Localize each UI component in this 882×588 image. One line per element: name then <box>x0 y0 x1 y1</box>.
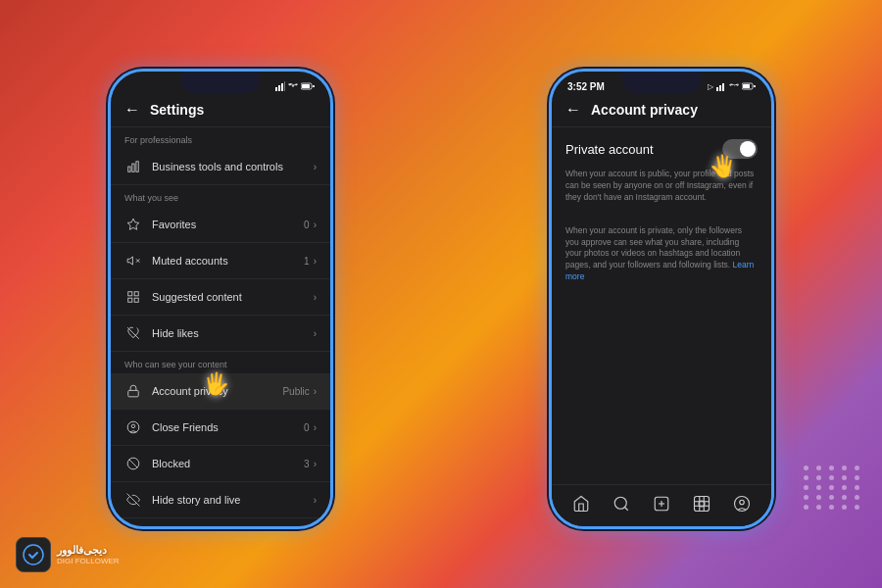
svg-rect-2 <box>281 83 283 91</box>
item-blocked[interactable]: Blocked 3 › <box>111 446 330 482</box>
privacy-title: Account privacy <box>591 102 698 118</box>
status-icons-right: ▷ <box>708 81 756 91</box>
dot <box>855 485 859 490</box>
grid-icon <box>124 288 142 306</box>
dot <box>816 475 821 480</box>
chevron-close-friends: › <box>314 422 317 433</box>
dot <box>842 505 847 510</box>
svg-rect-15 <box>134 292 138 296</box>
nav-search[interactable] <box>611 493 632 514</box>
dot <box>829 466 834 470</box>
chevron-business: › <box>314 162 317 172</box>
dot <box>855 466 859 470</box>
svg-rect-26 <box>716 87 718 91</box>
screen-left: ← Settings For professionals Business to… <box>111 72 330 526</box>
item-muted[interactable]: Muted accounts 1 › <box>111 243 330 279</box>
item-hide-likes[interactable]: Hide likes › <box>111 316 330 352</box>
section-professionals: For professionals <box>111 127 330 149</box>
phone-notch-right <box>622 72 701 93</box>
settings-list: For professionals Business tools and con… <box>111 127 330 526</box>
private-toggle[interactable] <box>722 139 758 159</box>
chevron-hide-likes: › <box>314 328 317 339</box>
dot <box>829 495 834 500</box>
dot <box>804 475 808 480</box>
dot <box>816 505 821 510</box>
dot <box>842 466 847 470</box>
chevron-privacy: › <box>314 386 317 397</box>
svg-rect-6 <box>313 85 315 87</box>
svg-line-23 <box>129 460 137 467</box>
lock-icon <box>124 382 142 400</box>
dot <box>816 495 821 500</box>
logo-sub: DIGI FOLLOWER <box>57 557 120 565</box>
section-how-others: How others can interact with you <box>111 518 330 526</box>
logo-text-group: دیجی‌فالوور DIGI FOLLOWER <box>57 544 120 565</box>
phone-right: 3:52 PM ▷ ← Account privacy Private acco… <box>549 69 774 529</box>
svg-rect-30 <box>743 84 750 88</box>
dot <box>829 485 834 490</box>
item-business-tools[interactable]: Business tools and controls › <box>111 149 330 185</box>
svg-rect-9 <box>136 162 138 172</box>
svg-rect-14 <box>128 292 132 296</box>
chevron-blocked: › <box>314 459 317 469</box>
section-what-you-see: What you see <box>111 185 330 207</box>
logo-icon <box>16 537 51 572</box>
item-favorites[interactable]: Favorites 0 › <box>111 207 330 243</box>
svg-marker-11 <box>127 257 132 265</box>
time-right: 3:52 PM <box>567 81 605 92</box>
blocked-label: Blocked <box>152 458 304 469</box>
back-button-left[interactable]: ← <box>124 101 140 119</box>
account-privacy-label: Account privacy <box>152 385 282 397</box>
nav-home[interactable] <box>570 493 592 514</box>
favorites-badge: 0 <box>304 220 310 230</box>
blocked-badge: 3 <box>304 459 310 469</box>
dot <box>816 466 821 470</box>
nav-plus[interactable] <box>651 493 672 514</box>
item-hide-story[interactable]: Hide story and live › <box>111 482 330 518</box>
status-icons-left <box>275 81 315 91</box>
phone-notch-left <box>181 72 260 93</box>
heart-off-icon <box>124 324 142 342</box>
svg-rect-27 <box>719 85 721 91</box>
nav-profile[interactable] <box>731 493 753 514</box>
svg-point-32 <box>614 497 626 509</box>
back-button-right[interactable]: ← <box>565 101 581 119</box>
svg-rect-7 <box>128 167 130 172</box>
muted-badge: 1 <box>304 256 310 267</box>
dot <box>855 505 859 510</box>
screen-right: 3:52 PM ▷ ← Account privacy Private acco… <box>552 72 771 526</box>
dot <box>804 505 808 510</box>
dot <box>842 485 847 490</box>
chevron-muted: › <box>314 256 317 267</box>
logo-name: دیجی‌فالوور <box>57 544 120 557</box>
privacy-desc-private: When your account is private, only the f… <box>565 225 758 283</box>
section-who-can-see: Who can see your content <box>111 352 330 373</box>
svg-rect-19 <box>128 390 139 396</box>
dot <box>804 485 808 490</box>
chevron-hide-story: › <box>314 495 317 506</box>
privacy-badge: Public <box>282 386 309 397</box>
item-suggested[interactable]: Suggested content › <box>111 279 330 316</box>
settings-title: Settings <box>150 102 204 118</box>
close-friends-label: Close Friends <box>152 421 304 433</box>
svg-point-21 <box>131 424 135 428</box>
dot <box>842 475 847 480</box>
svg-rect-37 <box>694 497 709 512</box>
privacy-header: ← Account privacy <box>552 95 771 127</box>
muted-label: Muted accounts <box>152 255 304 267</box>
favorites-label: Favorites <box>152 219 304 230</box>
play-icon: ▷ <box>708 82 713 91</box>
svg-rect-16 <box>128 298 132 302</box>
chevron-suggested: › <box>314 292 317 303</box>
circle-user-icon <box>124 418 142 436</box>
logo: دیجی‌فالوور DIGI FOLLOWER <box>16 537 120 572</box>
svg-point-44 <box>739 500 744 505</box>
item-account-privacy[interactable]: Account privacy Public › <box>111 373 330 410</box>
nav-reels[interactable] <box>691 493 712 514</box>
item-close-friends[interactable]: Close Friends 0 › <box>111 410 330 446</box>
svg-rect-3 <box>284 81 285 91</box>
svg-rect-1 <box>278 85 280 91</box>
svg-rect-28 <box>722 83 724 91</box>
volume-x-icon <box>124 252 142 270</box>
privacy-desc-public: When your account is public, your profil… <box>565 169 758 204</box>
